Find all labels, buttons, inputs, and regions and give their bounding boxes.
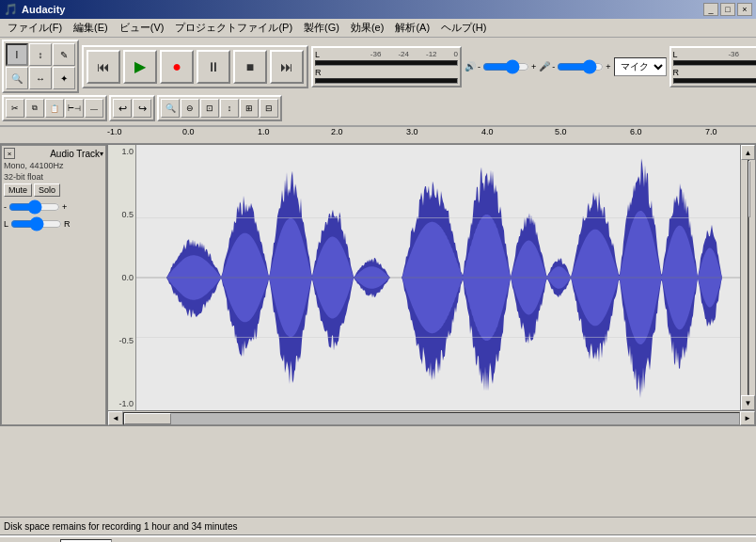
y-axis: 1.0 0.5 0.0 -0.5 -1.0 [108, 145, 136, 410]
pause-button[interactable]: ⏸ [197, 50, 230, 84]
vu2-right-label: R [673, 68, 680, 77]
zoom-in-button[interactable]: 🔍 [161, 99, 180, 118]
track-slider-area: - + L R [4, 200, 103, 231]
status-message: Disk space remains for recording 1 hour … [4, 521, 237, 532]
stop-button[interactable]: ■ [233, 50, 267, 84]
ruler-tick-6: 6.0 [630, 127, 642, 136]
mic-slider[interactable] [557, 61, 604, 72]
record-button[interactable]: ● [160, 50, 194, 84]
title-bar-controls: _ □ × [703, 3, 752, 16]
mic-input-select[interactable]: マイク [614, 57, 667, 76]
vscroll-track[interactable] [748, 160, 749, 395]
ruler-tick-1: 1.0 [258, 127, 270, 136]
menu-project[interactable]: プロジェクトファイル(P) [169, 19, 298, 37]
select-tool[interactable]: I [6, 43, 28, 66]
vscroll-thumb[interactable] [748, 161, 750, 217]
menu-edit[interactable]: 編集(E) [68, 19, 114, 37]
zoom-sel-button[interactable]: ⊞ [240, 99, 259, 118]
track-info-line1: Mono, 44100Hz [4, 161, 103, 170]
waveform-canvas-container[interactable] [136, 145, 740, 410]
solo-button[interactable]: Solo [34, 183, 60, 197]
zoom-tool[interactable]: 🔍 [6, 67, 28, 89]
cut-button[interactable]: ✂ [6, 99, 24, 118]
menu-view[interactable]: ビュー(V) [114, 19, 170, 37]
app-icon: 🎵 [4, 3, 18, 16]
title-bar: 🎵 Audacity _ □ × [0, 0, 756, 19]
timeshift-tool[interactable]: ↔ [29, 67, 52, 89]
volume-slider[interactable] [482, 61, 529, 72]
hscroll-track[interactable] [123, 412, 740, 425]
app-title: Audacity [22, 4, 65, 15]
draw-tool[interactable]: ✎ [53, 43, 75, 66]
ruler-tick-0: 0.0 [182, 127, 195, 136]
ruler-tick-7: 7.0 [705, 127, 717, 136]
menu-effect[interactable]: 効果(e) [345, 19, 389, 37]
track-name-button[interactable]: Audio Track ▾ [50, 149, 103, 159]
track-info-line2: 32-bit float [4, 172, 103, 182]
transport-group: ⏮ ▶ ● ⏸ ■ ⏭ [82, 45, 308, 88]
zoom-out-button[interactable]: ⊖ [181, 99, 199, 118]
zoom-group: 🔍 ⊖ ⊡ ↕ ⊞ ⊟ [157, 95, 282, 121]
copy-button[interactable]: ⧉ [25, 99, 44, 118]
y-label-0_5: 0.5 [110, 210, 134, 219]
pan-right-label: R [64, 219, 71, 229]
gain-slider[interactable] [8, 200, 60, 214]
track-close-button[interactable]: × [4, 148, 15, 159]
vu2-left-label: L [673, 50, 678, 59]
ruler-tick-4: 4.0 [481, 127, 494, 136]
volume-plus: + [531, 62, 536, 72]
empty-area [0, 426, 756, 517]
track-controls: Mute Solo [4, 183, 103, 197]
menu-bar: ファイル(F) 編集(E) ビュー(V) プロジェクトファイル(P) 製作(G)… [0, 19, 756, 38]
silence-button[interactable]: — [85, 99, 103, 118]
y-label-neg1: -1.0 [110, 399, 134, 408]
zoom-fit-v-button[interactable]: ↕ [220, 99, 239, 118]
close-button[interactable]: × [737, 3, 752, 16]
ruler-tick-neg1: -1.0 [107, 127, 122, 136]
menu-help[interactable]: ヘルプ(H) [435, 19, 492, 37]
minimize-button[interactable]: _ [703, 3, 718, 16]
mic-icon: 🎤 [539, 61, 550, 72]
waveform-container: 1.0 0.5 0.0 -0.5 -1.0 ▲ ▼ ◄ [107, 144, 756, 426]
pan-left-label: L [4, 219, 8, 229]
pan-slider-row: L R [4, 217, 103, 231]
y-label-neg0_5: -0.5 [110, 336, 134, 345]
main-content: × Audio Track ▾ Mono, 44100Hz 32-bit flo… [0, 144, 756, 426]
gain-max-label: + [62, 202, 67, 212]
paste-button[interactable]: 📋 [45, 99, 64, 118]
mic-plus: + [606, 62, 610, 72]
envelope-tool[interactable]: ↕ [29, 43, 52, 66]
rewind-button[interactable]: ⏮ [87, 50, 120, 84]
gain-slider-row: - + [4, 200, 103, 214]
multi-tool[interactable]: ✦ [53, 67, 75, 89]
vu-left-scale: -36-24-120 [370, 50, 458, 59]
undo-button[interactable]: ↩ [113, 99, 132, 118]
waveform-canvas [136, 145, 740, 410]
speaker-icon: 🔊 [465, 61, 476, 72]
hscroll-right-button[interactable]: ► [740, 411, 755, 425]
toolbar-area: I ↕ ✎ 🔍 ↔ ✦ ⏮ ▶ ● ⏸ ■ ⏭ L -36-24-120 [0, 38, 756, 127]
ruler-tick-3: 3.0 [406, 127, 418, 136]
zoom-fit-button[interactable]: ⊡ [200, 99, 219, 118]
track-title-bar: × Audio Track ▾ [4, 148, 103, 159]
pan-slider[interactable] [10, 217, 62, 231]
menu-generate[interactable]: 製作(G) [298, 19, 345, 37]
ffwd-button[interactable]: ⏭ [270, 50, 304, 84]
menu-analyze[interactable]: 解析(A) [389, 19, 435, 37]
zoom-out-full-button[interactable]: ⊟ [260, 99, 278, 118]
maximize-button[interactable]: □ [720, 3, 735, 16]
hscroll-thumb[interactable] [124, 413, 171, 424]
project-rate-bar: Project rate: 44100 Selection: 0.00.0000… [0, 535, 756, 542]
vscroll-up-button[interactable]: ▲ [741, 145, 755, 160]
play-button[interactable]: ▶ [123, 50, 157, 84]
vscroll-down-button[interactable]: ▼ [741, 395, 755, 410]
menu-file[interactable]: ファイル(F) [2, 19, 68, 37]
y-label-0: 0.0 [110, 273, 134, 282]
redo-button[interactable]: ↪ [133, 99, 151, 118]
hscroll-left-button[interactable]: ◄ [108, 411, 123, 425]
mute-button[interactable]: Mute [4, 183, 32, 197]
tools-group: I ↕ ✎ 🔍 ↔ ✦ [2, 40, 79, 93]
trim-button[interactable]: ⊢⊣ [65, 99, 84, 118]
status-bar: Disk space remains for recording 1 hour … [0, 517, 756, 535]
horizontal-scrollbar: ◄ ► [108, 410, 755, 425]
